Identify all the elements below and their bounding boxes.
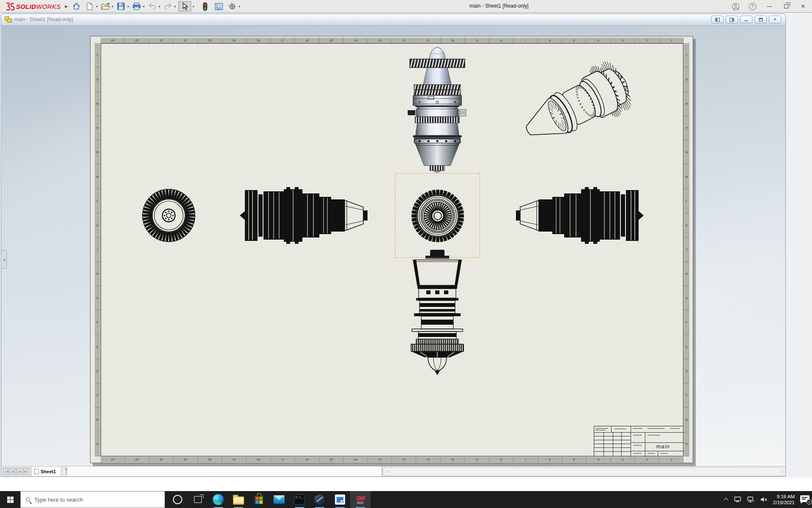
- taskbar-search[interactable]: Type here to search: [20, 491, 165, 508]
- app-client-area: main - Sheet1 [Read-only] × 242322212019…: [0, 13, 812, 478]
- properties-list-button[interactable]: [214, 1, 224, 11]
- select-cursor-icon: [182, 3, 188, 10]
- restore-button[interactable]: [781, 1, 792, 11]
- cortana-button[interactable]: [167, 491, 188, 508]
- brand-light: WORKS: [36, 3, 60, 10]
- app-titlebar: SOLIDWORKS ▶ ▼ ▼ ▼ ▼: [0, 0, 812, 13]
- volume-muted-icon: [760, 496, 768, 503]
- next-sheet-button[interactable]: ▶: [16, 468, 23, 475]
- rebuild-stoplight-icon: [203, 2, 208, 11]
- action-center-button[interactable]: 1: [800, 495, 809, 504]
- terminal-icon: C:\_: [294, 494, 304, 505]
- document-titlebar: main - Sheet1 [Read-only] ×: [1, 14, 785, 26]
- split-pane-left-icon: [715, 18, 720, 22]
- window-app-icon: [335, 494, 345, 505]
- volume-button[interactable]: [760, 496, 768, 503]
- store-button[interactable]: [249, 491, 269, 508]
- window-app-button[interactable]: [330, 491, 350, 508]
- minimize-button[interactable]: [764, 1, 775, 11]
- tab-sheet1[interactable]: Sheet1: [31, 467, 61, 477]
- document-close-button[interactable]: ×: [769, 16, 781, 23]
- open-button[interactable]: [100, 1, 110, 11]
- drawing-sheet[interactable]: 242322212019181716151413121110987654321 …: [90, 36, 693, 463]
- print-dropdown-caret-icon[interactable]: ▼: [142, 5, 146, 8]
- hexagon-app-button[interactable]: [310, 491, 330, 508]
- undo-dropdown-caret-icon[interactable]: ▼: [157, 5, 162, 8]
- left-side-view[interactable]: [240, 187, 368, 244]
- right-side-view[interactable]: [516, 187, 644, 244]
- print-button[interactable]: [132, 1, 142, 11]
- select-tool-button[interactable]: [178, 1, 191, 11]
- split-pane-left-button[interactable]: [711, 16, 724, 23]
- document-window: main - Sheet1 [Read-only] × 242322212019…: [1, 14, 786, 477]
- terminal-button[interactable]: C:\_: [289, 491, 310, 508]
- hexagon-app-icon: [314, 494, 325, 505]
- horizontal-scrollbar[interactable]: ‹ ›: [384, 467, 786, 476]
- options-dropdown-caret-icon[interactable]: ▼: [237, 5, 241, 8]
- account-button[interactable]: [730, 1, 741, 11]
- system-tray: 9:16 AM 2/19/2021 1: [725, 491, 809, 508]
- search-placeholder: Type here to search: [34, 497, 83, 503]
- file-explorer-button[interactable]: [228, 491, 249, 508]
- close-button[interactable]: ×: [798, 1, 809, 11]
- document-restore-button[interactable]: [754, 16, 767, 23]
- brand-expand-arrow-icon[interactable]: ▶: [65, 4, 68, 8]
- select-dropdown-caret-icon[interactable]: ▼: [191, 5, 195, 8]
- panel-collapse-tab[interactable]: ◂: [2, 250, 7, 269]
- new-document-icon: [86, 3, 93, 10]
- options-button[interactable]: [227, 1, 237, 11]
- previous-sheet-button[interactable]: ◀: [10, 468, 16, 475]
- brand-text: SOLIDWORKS: [16, 3, 61, 10]
- home-icon: [72, 3, 80, 10]
- mail-button[interactable]: [269, 491, 289, 508]
- first-sheet-button[interactable]: ❘◀: [3, 468, 9, 475]
- task-view-button[interactable]: [188, 491, 208, 508]
- new-dropdown-caret-icon[interactable]: ▼: [95, 5, 99, 8]
- sheet-tabbar: ❘◀ ◀ ▶ ▶❘ Sheet1 ✱ ‹ ›: [2, 466, 785, 477]
- home-button[interactable]: [71, 1, 81, 11]
- network-icon: [747, 496, 754, 503]
- save-dropdown-caret-icon[interactable]: ▼: [126, 5, 130, 8]
- undo-button[interactable]: [147, 1, 157, 11]
- open-icon: [101, 3, 110, 10]
- account-icon: [732, 3, 739, 10]
- split-pane-right-button[interactable]: [726, 16, 738, 23]
- options-gear-icon: [228, 3, 236, 11]
- help-button[interactable]: ?: [747, 1, 758, 11]
- top-shaded-view[interactable]: [408, 47, 466, 172]
- redo-button[interactable]: [163, 1, 173, 11]
- bottom-line-view[interactable]: [411, 250, 464, 375]
- drawing-document-icon: [5, 17, 12, 23]
- solidworks-2021-button[interactable]: SW 2021: [350, 491, 370, 508]
- file-explorer-icon: [233, 497, 244, 505]
- last-sheet-button[interactable]: ▶❘: [23, 468, 30, 475]
- scroll-right-icon[interactable]: ›: [782, 469, 783, 475]
- document-minimize-button[interactable]: [740, 16, 752, 23]
- network-button[interactable]: [747, 496, 754, 503]
- title-block-drawing-title: main: [645, 442, 681, 451]
- restore-icon: [759, 18, 763, 22]
- isometric-view[interactable]: [515, 56, 638, 156]
- open-dropdown-caret-icon[interactable]: ▼: [110, 5, 115, 8]
- hidden-icons-button[interactable]: [725, 498, 728, 501]
- mail-icon: [274, 495, 285, 504]
- start-button[interactable]: [0, 491, 20, 508]
- drawing-viewport[interactable]: 242322212019181716151413121110987654321 …: [2, 26, 785, 466]
- taskbar-clock[interactable]: 9:16 AM 2/19/2021: [773, 494, 795, 505]
- save-icon: [117, 3, 125, 10]
- scroll-left-icon[interactable]: ‹: [387, 469, 388, 475]
- rebuild-stoplight-button[interactable]: [200, 1, 210, 11]
- print-icon: [132, 3, 141, 10]
- drawing-views-canvas: [91, 36, 694, 464]
- cast-button[interactable]: [734, 496, 741, 503]
- new-document-button[interactable]: [85, 1, 95, 11]
- save-button[interactable]: [116, 1, 126, 11]
- view-selection-box[interactable]: [395, 173, 480, 258]
- clock-date: 2/19/2021: [773, 500, 795, 505]
- edge-button[interactable]: [208, 491, 228, 508]
- redo-dropdown-caret-icon[interactable]: ▼: [173, 5, 177, 8]
- document-window-buttons: ×: [711, 16, 781, 23]
- front-fan-view[interactable]: [143, 189, 195, 242]
- restore-icon: [784, 4, 788, 8]
- taskbar-icons: C:\_ SW 2021: [167, 491, 370, 508]
